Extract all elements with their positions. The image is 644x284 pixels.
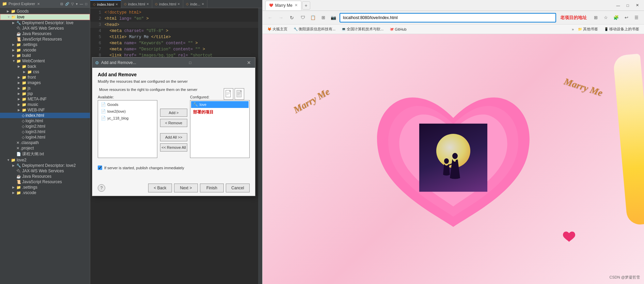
editor-scrollbar[interactable]: [258, 8, 262, 284]
tree-item-jsp[interactable]: ▶ 📁 jsp: [0, 91, 90, 96]
available-list-container: Available: 📄 Goods 📄 love2(love): [98, 95, 157, 158]
next-button[interactable]: Next >: [174, 184, 198, 192]
extensions-icon[interactable]: 🧩: [611, 13, 621, 22]
publish-checkbox[interactable]: [98, 165, 102, 170]
minimize-icon[interactable]: —: [79, 2, 84, 6]
tree-item-music[interactable]: ▶ 📁 music: [0, 102, 90, 107]
bookmark-computer[interactable]: 💻 全国计算机技术与软...: [340, 26, 386, 32]
link-editor-icon[interactable]: 🔗: [64, 2, 70, 6]
tree-item-login2-html[interactable]: ◇ login2.html: [0, 124, 90, 129]
tree-item-js-res[interactable]: 📜 JavaScript Resources: [0, 36, 90, 42]
maximize-icon[interactable]: □: [84, 2, 88, 6]
tree-item-deployment-love2[interactable]: ▶ 🔧 Deployment Descriptor: love2: [0, 163, 90, 168]
add-button[interactable]: Add >: [160, 109, 187, 117]
back-nav-button[interactable]: ←: [265, 13, 275, 22]
remove-all-button[interactable]: << Remove All: [160, 143, 187, 152]
tree-item-webcontent[interactable]: ▼ 📁 WebContent: [0, 58, 90, 64]
browser-viewport: Marry Me Marry Me CSDN @梦凝哲雪: [263, 34, 644, 284]
minimize-window-button[interactable]: —: [614, 2, 622, 9]
tree-item-meta-inf[interactable]: ▶ 📁 META-INF: [0, 96, 90, 102]
tree-item-deployment[interactable]: ▶ 🔧 Deployment Descriptor: love: [0, 20, 90, 26]
available-item-love2[interactable]: 📄 love2(love): [99, 108, 156, 115]
item-label: yc_118_blog: [107, 116, 128, 120]
cancel-button[interactable]: Cancel: [226, 184, 250, 192]
tree-item-css[interactable]: ▶ 📁 css: [0, 69, 90, 75]
tree-item-login4-html[interactable]: ◇ login4.html: [0, 135, 90, 140]
restore-window-button[interactable]: □: [624, 2, 632, 9]
configured-item-love[interactable]: 🔧 love: [191, 101, 249, 108]
tab-close-icon[interactable]: ✕: [146, 2, 149, 6]
tree-item-java-res[interactable]: ☕ Java Resources: [0, 31, 90, 36]
tree-item-js[interactable]: ▶ 📁 js: [0, 85, 90, 91]
editor-tab-1[interactable]: ◇ index.html ✕: [90, 0, 121, 8]
tree-item-web-inf[interactable]: ▶ 📁 WEB-INF: [0, 107, 90, 113]
tree-item-project[interactable]: ✕ .project: [0, 145, 90, 151]
collapse-all-icon[interactable]: ⊟: [60, 2, 64, 6]
reader-icon[interactable]: ⊞: [318, 13, 328, 22]
available-item-blog[interactable]: 📄 yc_118_blog: [99, 115, 156, 122]
back-button[interactable]: < Back: [148, 184, 172, 192]
tree-item-classpath[interactable]: ✕ .classpath: [0, 140, 90, 145]
remove-button[interactable]: < Remove: [160, 119, 187, 127]
help-button[interactable]: ?: [98, 184, 105, 192]
close-window-button[interactable]: ✕: [633, 2, 641, 9]
tree-item-build[interactable]: ▶ 📁 build: [0, 53, 90, 58]
menu-icon[interactable]: ☰: [632, 13, 641, 22]
tree-item-vscode[interactable]: ▶ 📁 .vscode: [0, 47, 90, 53]
tree-item-settings[interactable]: ▶ 📁 .settings: [0, 42, 90, 47]
bookmark-firefox[interactable]: 🦊 火狐主页: [265, 26, 289, 32]
folder-icon: 📁: [11, 9, 16, 14]
editor-tab-2[interactable]: ◇ index.html ✕: [121, 0, 152, 8]
add-all-button[interactable]: Add All >>: [160, 133, 187, 141]
finish-button[interactable]: Finish: [200, 184, 224, 192]
tree-item-java-res-2[interactable]: ☕ Java Resources: [0, 174, 90, 179]
tree-item-jaxws-2[interactable]: 🔌 JAX-WS Web Services: [0, 168, 90, 174]
tab-close-icon[interactable]: ✕: [115, 3, 118, 6]
editor-tab-3[interactable]: ◇ index.html ✕: [152, 0, 183, 8]
more-icon[interactable]: ▾: [75, 2, 78, 6]
address-bar[interactable]: [340, 13, 556, 22]
filter-icon[interactable]: ▽: [70, 2, 75, 6]
bookmark-github[interactable]: 🐙 GitHub: [388, 27, 408, 32]
dialog-maximize-icon[interactable]: □: [189, 61, 191, 65]
tree-item-js-res-2[interactable]: 📜 JavaScript Resources: [0, 179, 90, 185]
code-token: >: [166, 29, 168, 33]
reload-nav-button[interactable]: ↻: [287, 13, 297, 22]
new-tab-button[interactable]: +: [302, 1, 310, 10]
browser-tab-close-icon[interactable]: ✕: [295, 3, 298, 7]
tree-item-settings-2[interactable]: ▶ 📁 .settings: [0, 185, 90, 190]
tree-item-love2[interactable]: ▼ 📁 love2: [0, 157, 90, 163]
bookmark-mobile[interactable]: 📱 移动设备上的书签: [602, 26, 641, 32]
bookmark-favicon: 💻: [342, 27, 346, 31]
browser-tab-active[interactable]: ❤️ Marry Me ✕: [265, 1, 301, 10]
editor-tab-4[interactable]: ◇ inde... ✕: [183, 0, 207, 8]
camera-icon[interactable]: 📷: [329, 13, 338, 22]
tree-item-back[interactable]: ▶ 📁 back: [0, 64, 90, 69]
tree-item-love[interactable]: ▼ 📁 love: [0, 14, 90, 20]
forward-nav-button[interactable]: →: [276, 13, 286, 22]
tree-item-goods[interactable]: ▶ 📁 Goods: [0, 9, 90, 14]
tree-item-vscode-2[interactable]: ▶ 📁 .vscode: [0, 190, 90, 195]
tree-item-images[interactable]: ▶ 📁 images: [0, 80, 90, 85]
code-token: name=: [124, 47, 137, 52]
tree-item-outline-txt[interactable]: 📄 课程大纲.txt: [0, 151, 90, 157]
tab-close-icon[interactable]: ✕: [177, 2, 180, 6]
shield-icon[interactable]: 🛡: [298, 13, 308, 22]
tree-item-login3-html[interactable]: ◇ login3.html: [0, 129, 90, 135]
tree-item-index-html[interactable]: ◇ index.html: [0, 113, 90, 118]
back-sync-icon[interactable]: ↩: [622, 13, 631, 22]
tree-item-login-html[interactable]: ◇ login.html: [0, 118, 90, 124]
tree-item-front[interactable]: ▶ 📁 front: [0, 75, 90, 80]
configured-list[interactable]: 🔧 love 部署的项目: [190, 100, 250, 158]
grid-view-icon[interactable]: ⊞: [591, 13, 600, 22]
available-item-goods[interactable]: 📄 Goods: [99, 101, 156, 108]
bookmark-other[interactable]: 📁 其他书签: [576, 26, 600, 32]
dialog-close-icon[interactable]: ✕: [246, 59, 252, 66]
code-text: <head>: [105, 22, 261, 28]
star-icon[interactable]: ☆: [601, 13, 611, 22]
tab-close-icon[interactable]: ✕: [202, 2, 204, 6]
available-list[interactable]: 📄 Goods 📄 love2(love) 📄 yc_118_blog: [98, 100, 157, 158]
copy-icon[interactable]: 📋: [308, 13, 318, 22]
tree-item-jaxws[interactable]: 🔌 JAX-WS Web Services: [0, 26, 90, 31]
bookmark-hengyang[interactable]: 🔧 衡阳源辰信息科技有...: [292, 26, 337, 32]
